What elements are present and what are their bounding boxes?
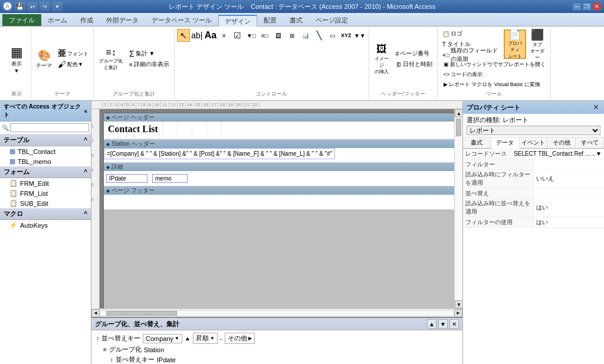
- tab-arrange[interactable]: 配置: [257, 14, 283, 26]
- hscroll-thumb[interactable]: [106, 311, 177, 316]
- prop-dropdown-btn[interactable]: ▼: [596, 150, 602, 157]
- chart-button[interactable]: 📊: [299, 29, 312, 42]
- detail-label: 詳細: [111, 163, 123, 171]
- nav-item-tbl-contact[interactable]: ▦ TBL_Contact: [0, 146, 91, 156]
- nav-item-frm-edit[interactable]: 📋 FRM_Edit: [0, 178, 91, 188]
- prop-tab-data[interactable]: データ: [491, 137, 520, 149]
- prop-value-order-by-on-load[interactable]: はい: [534, 199, 604, 217]
- ipdate-field[interactable]: IPdate: [106, 174, 147, 183]
- hide-label: 詳細の非表示: [134, 60, 169, 68]
- prop-value-filter-use[interactable]: はい: [534, 217, 604, 227]
- scroll-left-button[interactable]: ◄: [91, 309, 100, 317]
- grouping-button[interactable]: ≡↕ グループ化と集計: [96, 44, 126, 74]
- view-code-button[interactable]: <> コードの表示: [441, 70, 548, 79]
- prop-selection-dropdown[interactable]: レポート: [467, 126, 600, 135]
- nav-item-frm-list[interactable]: 📋 FRM_List: [0, 188, 91, 198]
- hide-details-button[interactable]: ≡ 詳細の非表示: [127, 60, 172, 69]
- scroll-thumb[interactable]: [456, 119, 461, 136]
- tab-database-tools[interactable]: データベース ツール: [145, 14, 218, 26]
- convert-macro-button[interactable]: ▶ レポート マクロを Visual Basic に変換: [441, 80, 548, 89]
- rect-button[interactable]: ▭: [326, 29, 339, 42]
- contact-list-label[interactable]: Contact List: [104, 122, 207, 139]
- xyz-button[interactable]: XYZ: [340, 29, 353, 42]
- textbox-button[interactable]: ab|: [191, 29, 203, 42]
- nav-header[interactable]: すべての Access オブジェクト «: [0, 101, 91, 122]
- quick-dropdown-icon[interactable]: ▼: [52, 2, 63, 11]
- color-button[interactable]: 🖌 配色▼: [55, 60, 91, 69]
- vertical-scrollbar[interactable]: ▲ ▼: [454, 109, 462, 309]
- total-button[interactable]: Σ 集計 ▼: [127, 49, 172, 58]
- datetime-button[interactable]: 🗓 日付と時刻: [393, 60, 435, 69]
- sort-more-label: その他: [228, 334, 247, 343]
- nav-section-tables[interactable]: テーブル ^: [0, 135, 91, 146]
- sort-company-order[interactable]: 昇順 ▼: [193, 333, 218, 344]
- sort-more-options[interactable]: その他 ▶: [225, 333, 255, 344]
- nav-section-forms[interactable]: フォーム ^: [0, 166, 91, 178]
- button-button[interactable]: ≡: [218, 29, 231, 42]
- prop-builder-btn[interactable]: …: [590, 150, 596, 157]
- logo-button[interactable]: 📋 ロゴ: [440, 29, 500, 38]
- nav-section-macros[interactable]: マクロ ^: [0, 208, 91, 220]
- restore-button[interactable]: ❐: [582, 2, 592, 11]
- prop-value-record-source[interactable]: SELECT TBL_Contact.Ref ... … ▼: [511, 149, 604, 159]
- station-formula[interactable]: =[Company] & " " & [Station] &" " & [Pos…: [104, 148, 335, 159]
- prop-value-filter[interactable]: [534, 159, 604, 169]
- tab-file[interactable]: ファイル: [2, 14, 41, 26]
- quick-undo-icon[interactable]: ↩: [27, 2, 38, 11]
- prop-content: レコードソース SELECT TBL_Contact.Ref ... … ▼ フ…: [463, 149, 604, 364]
- minimize-button[interactable]: ─: [572, 2, 582, 11]
- scroll-track[interactable]: [455, 117, 462, 300]
- tab-format[interactable]: 書式: [283, 14, 309, 26]
- more-controls-button[interactable]: ▼▼: [353, 29, 366, 42]
- hscroll-track[interactable]: [100, 310, 454, 316]
- font-button[interactable]: 亜 フォント: [55, 49, 91, 58]
- checkbox-button[interactable]: ☑: [231, 29, 244, 42]
- ribbon-tab-bar: ファイル ホーム 作成 外部データ データベース ツール デザイン 配置 書式 …: [0, 13, 604, 26]
- quick-save-icon[interactable]: 💾: [15, 2, 25, 11]
- group-sort-close-button[interactable]: ✕: [449, 319, 459, 329]
- select-button[interactable]: ↖: [177, 29, 190, 42]
- tab-order-button[interactable]: ⬛ タブオーダー: [527, 29, 548, 59]
- prop-tab-all[interactable]: すべて: [576, 137, 604, 148]
- nav-item-sub-edit[interactable]: 📋 SUB_Edit: [0, 198, 91, 208]
- view-button[interactable]: ▦ 表示▼: [5, 44, 28, 74]
- sort-company-field[interactable]: Company ▼: [143, 334, 182, 343]
- prop-tab-other[interactable]: その他: [547, 137, 576, 148]
- designer-canvas[interactable]: ページ ヘッダー Contact List: [100, 109, 454, 309]
- add-existing-fields-button[interactable]: +□ 既存のフィールドの追加: [440, 50, 500, 60]
- close-button[interactable]: ✕: [592, 2, 602, 11]
- open-subreport-button[interactable]: ▣ 新しいウィンドウでサブレポートを開く: [441, 60, 548, 69]
- tab-page-setup[interactable]: ページ設定: [309, 14, 354, 26]
- property-sheet-button[interactable]: 📄 プロパティシート: [504, 29, 526, 59]
- grouping-label: グループ化と集計: [99, 58, 123, 71]
- insert-image-button[interactable]: 🖼 イメージの挿入: [372, 44, 392, 74]
- search-input[interactable]: [10, 123, 89, 132]
- prop-sheet-close-button[interactable]: ✕: [591, 103, 600, 112]
- list-button[interactable]: ≡□: [258, 29, 271, 42]
- tab-create[interactable]: 作成: [74, 14, 100, 26]
- subform-button[interactable]: ⊞: [285, 29, 298, 42]
- image-button[interactable]: 🖼: [272, 29, 285, 42]
- prop-value-filter-on-load[interactable]: いいえ: [534, 170, 604, 188]
- combobox-button[interactable]: ▼□: [245, 29, 258, 42]
- memo-field[interactable]: memo: [152, 174, 188, 183]
- tab-home[interactable]: ホーム: [41, 14, 74, 26]
- tab-external-data[interactable]: 外部データ: [100, 14, 145, 26]
- page-number-button[interactable]: # ページ番号: [393, 49, 435, 58]
- view-label: 表示▼: [11, 60, 22, 74]
- prop-tab-format[interactable]: 書式: [463, 137, 491, 148]
- tab-design[interactable]: デザイン: [218, 15, 257, 27]
- prop-tab-event[interactable]: イベント: [520, 137, 548, 148]
- prop-value-order-by[interactable]: [534, 188, 604, 198]
- nav-item-tbl-memo[interactable]: ▦ TBL_memo: [0, 156, 91, 166]
- quick-redo-icon[interactable]: ↪: [40, 2, 50, 11]
- group-sort-up-button[interactable]: ▲: [427, 319, 436, 329]
- group-sort-down-button[interactable]: ▼: [438, 319, 448, 329]
- nav-item-autokeys[interactable]: ⚡ AutoKeys: [0, 220, 91, 230]
- label-button[interactable]: Aa: [204, 29, 217, 42]
- theme-button[interactable]: 🎨 テーマ: [34, 44, 54, 74]
- scroll-up-button[interactable]: ▲: [455, 109, 462, 117]
- scroll-right-button[interactable]: ►: [454, 309, 462, 317]
- scroll-down-button[interactable]: ▼: [455, 300, 462, 309]
- line-button[interactable]: ╲: [313, 29, 326, 42]
